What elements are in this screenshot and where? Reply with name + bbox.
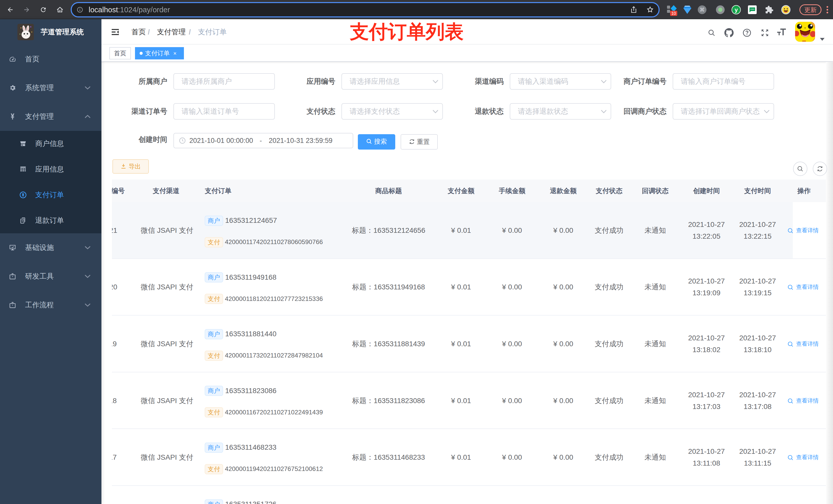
svg-text:y: y (735, 7, 738, 13)
svg-text:10: 10 (671, 11, 676, 16)
svg-text:⌘: ⌘ (699, 7, 705, 13)
